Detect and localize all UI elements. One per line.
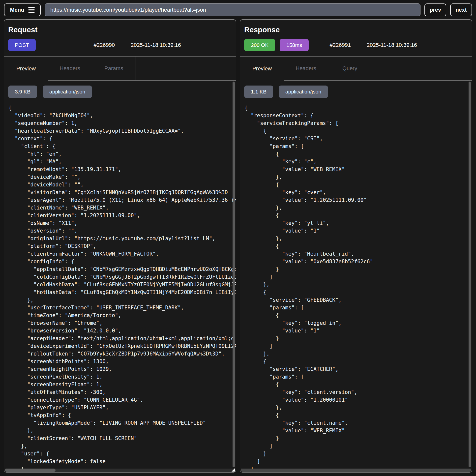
request-timestamp: 2025-11-18 10:39:16 [131, 42, 181, 48]
hamburger-icon [28, 7, 35, 13]
tabs-filler [136, 57, 236, 81]
prev-button[interactable]: prev [424, 3, 446, 16]
tab-preview[interactable]: Preview [4, 57, 48, 81]
request-horizontal-scrollbar-thumb[interactable] [5, 469, 56, 472]
response-json-preview: { "responseContext": { "serviceTrackingP… [240, 104, 472, 472]
request-tabs: Preview Headers Params [4, 56, 236, 81]
request-title: Request [8, 26, 232, 34]
response-title: Response [244, 26, 468, 34]
response-horizontal-scrollbar-thumb[interactable] [241, 469, 471, 472]
response-horizontal-scrollbar-track[interactable] [241, 469, 471, 472]
request-body-meta: 3.9 KB application/json [8, 86, 236, 98]
tab-headers[interactable]: Headers [284, 57, 328, 81]
tab-params[interactable]: Params [92, 57, 136, 81]
request-header: Request POST #226990 2025-11-18 10:39:16 [4, 20, 236, 56]
menu-button[interactable]: Menu [4, 3, 41, 16]
status-badge: 200 OK [244, 39, 275, 51]
content-type-badge: application/json [279, 86, 328, 98]
tab-headers[interactable]: Headers [48, 57, 92, 81]
response-meta-row: 200 OK 158ms #226991 2025-11-18 10:39:16 [244, 39, 468, 51]
payload-size-badge: 1.1 KB [244, 86, 273, 98]
response-body-meta: 1.1 KB application/json [244, 86, 472, 98]
request-body: 3.9 KB application/json { "videoId": "Zk… [4, 81, 236, 472]
resize-grip-icon[interactable] [232, 468, 235, 472]
request-json-preview: { "videoId": "ZkCUfoNgIO4", "sequenceNum… [4, 104, 236, 472]
response-body: 1.1 KB application/json { "responseConte… [240, 81, 472, 472]
content-type-badge: application/json [43, 86, 92, 98]
request-vertical-scrollbar[interactable] [233, 82, 235, 467]
response-timestamp: 2025-11-18 10:39:16 [367, 42, 417, 48]
request-meta-row: POST #226990 2025-11-18 10:39:16 [8, 39, 232, 51]
response-header: Response 200 OK 158ms #226991 2025-11-18… [240, 20, 472, 56]
split-view: Request POST #226990 2025-11-18 10:39:16… [0, 19, 476, 473]
request-id: #226990 [94, 42, 115, 48]
request-panel: Request POST #226990 2025-11-18 10:39:16… [4, 19, 236, 473]
url-input[interactable] [45, 3, 420, 16]
tab-query[interactable]: Query [328, 57, 372, 81]
method-badge: POST [8, 39, 36, 51]
payload-size-badge: 3.9 KB [8, 86, 37, 98]
menu-button-label: Menu [10, 7, 24, 13]
response-tabs: Preview Headers Query [240, 56, 472, 81]
next-button[interactable]: next [450, 3, 472, 16]
duration-badge: 158ms [280, 39, 309, 51]
tab-preview[interactable]: Preview [240, 57, 284, 81]
request-horizontal-scrollbar-track[interactable] [5, 469, 235, 472]
response-panel: Response 200 OK 158ms #226991 2025-11-18… [240, 19, 472, 473]
response-id: #226991 [330, 42, 351, 48]
response-vertical-scrollbar[interactable] [469, 82, 471, 467]
top-toolbar: Menu prev next [0, 0, 476, 19]
tabs-filler [372, 57, 472, 81]
